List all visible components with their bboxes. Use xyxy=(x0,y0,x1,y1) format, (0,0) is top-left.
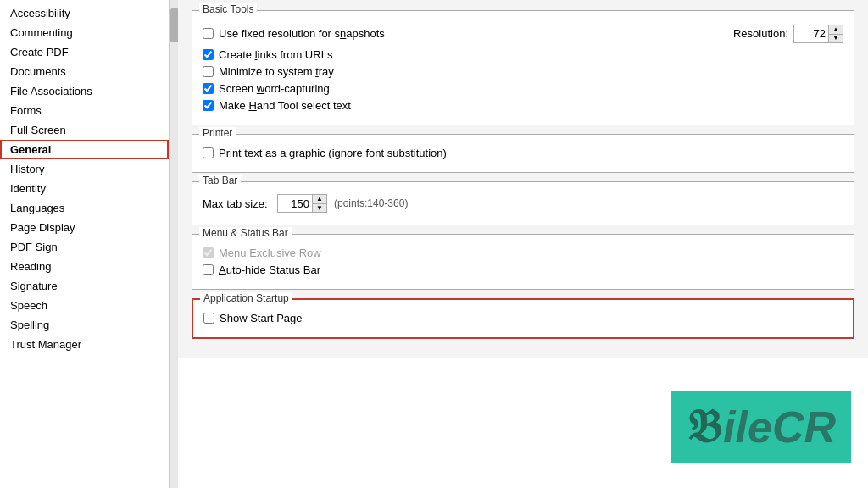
sidebar-label-commenting: Commenting xyxy=(10,26,73,39)
watermark: 𝔅 ileCR xyxy=(671,391,851,463)
autohide-status-checkbox[interactable] xyxy=(203,264,214,275)
minimize-tray-checkbox[interactable] xyxy=(203,66,214,77)
sidebar-label-accessibility: Accessibility xyxy=(10,7,70,19)
max-tab-row: Max tab size: ▲ ▼ (points:140-360) xyxy=(203,194,843,213)
sidebar-label-spelling: Spelling xyxy=(10,319,49,331)
sidebar-label-pdf-sign: PDF Sign xyxy=(10,241,58,253)
max-tab-up-button[interactable]: ▲ xyxy=(313,195,326,203)
printer-content: Print text as a graphic (ignore font sub… xyxy=(203,147,843,159)
max-tab-down-button[interactable]: ▼ xyxy=(313,203,326,212)
autohide-status-label: Auto-hide Status Bar xyxy=(219,263,320,276)
sidebar-item-pdf-sign[interactable]: PDF Sign xyxy=(0,237,169,257)
sidebar-label-languages: Languages xyxy=(10,202,64,214)
max-tab-input[interactable] xyxy=(278,197,312,211)
fixed-resolution-checkbox-row: Use fixed resolution for snapshots xyxy=(203,27,385,40)
sidebar-item-history[interactable]: History xyxy=(0,159,169,179)
sidebar-item-languages[interactable]: Languages xyxy=(0,198,169,218)
resolution-input[interactable] xyxy=(794,26,828,41)
screen-word-row: Screen word-capturing xyxy=(203,82,843,95)
sidebar-label-history: History xyxy=(10,163,44,175)
watermark-text: ileCR xyxy=(723,402,836,452)
print-graphic-label: Print text as a graphic (ignore font sub… xyxy=(219,147,447,159)
app-startup-section: Application Startup Show Start Page xyxy=(192,298,854,339)
basic-tools-title: Basic Tools xyxy=(199,3,257,15)
watermark-icon: 𝔅 xyxy=(687,400,721,454)
tab-bar-title: Tab Bar xyxy=(199,175,241,186)
sidebar-item-signature[interactable]: Signature xyxy=(0,276,169,296)
app-startup-title: Application Startup xyxy=(200,292,292,304)
tab-bar-section: Tab Bar Max tab size: ▲ ▼ (points:140-36… xyxy=(192,181,854,225)
printer-title: Printer xyxy=(199,127,236,139)
hand-tool-checkbox[interactable] xyxy=(203,100,214,111)
sidebar-item-page-display[interactable]: Page Display xyxy=(0,218,169,237)
sidebar-item-create-pdf[interactable]: Create PDF xyxy=(0,42,169,62)
sidebar-item-trust-manager[interactable]: Trust Manager xyxy=(0,335,169,354)
sidebar-item-reading[interactable]: Reading xyxy=(0,257,169,276)
sidebar-label-trust-manager: Trust Manager xyxy=(10,338,81,351)
menu-status-title: Menu & Status Bar xyxy=(199,227,292,239)
menu-exclusive-label: Menu Exclusive Row xyxy=(219,247,321,259)
sidebar-item-speech[interactable]: Speech xyxy=(0,296,169,315)
resolution-control: Resolution: ▲ ▼ xyxy=(733,25,843,43)
show-start-page-row: Show Start Page xyxy=(203,312,843,324)
menu-exclusive-row: Menu Exclusive Row xyxy=(203,247,843,259)
watermark-logo: 𝔅 ileCR xyxy=(671,391,851,463)
sidebar-item-spelling[interactable]: Spelling xyxy=(0,315,169,335)
printer-section: Printer Print text as a graphic (ignore … xyxy=(192,134,854,173)
sidebar-item-commenting[interactable]: Commenting xyxy=(0,23,169,42)
sidebar-label-speech: Speech xyxy=(10,299,47,312)
app-startup-content: Show Start Page xyxy=(203,312,843,324)
menu-status-content: Menu Exclusive Row Auto-hide Status Bar xyxy=(203,247,843,276)
print-graphic-checkbox[interactable] xyxy=(203,147,214,158)
sidebar-scrollbar[interactable] xyxy=(170,0,178,488)
sidebar-label-reading: Reading xyxy=(10,260,51,273)
basic-tools-section: Basic Tools Use fixed resolution for sna… xyxy=(192,10,854,125)
settings-panel: Basic Tools Use fixed resolution for sna… xyxy=(178,0,868,358)
resolution-text: Resolution: xyxy=(733,27,788,40)
sidebar-item-file-associations[interactable]: File Associations xyxy=(0,81,169,101)
sidebar-item-full-screen[interactable]: Full Screen xyxy=(0,120,169,140)
menu-exclusive-checkbox[interactable] xyxy=(203,247,214,258)
basic-tools-content: Use fixed resolution for snapshots Resol… xyxy=(203,23,843,112)
sidebar-item-accessibility[interactable]: Accessibility xyxy=(0,3,169,23)
resolution-spinner: ▲ ▼ xyxy=(793,25,843,43)
create-links-checkbox[interactable] xyxy=(203,49,214,60)
sidebar: Accessibility Commenting Create PDF Docu… xyxy=(0,0,170,488)
sidebar-label-general: General xyxy=(10,143,51,156)
show-start-page-label: Show Start Page xyxy=(220,312,303,324)
screen-word-checkbox[interactable] xyxy=(203,83,214,94)
tab-points-hint: (points:140-360) xyxy=(334,197,408,209)
tab-bar-content: Max tab size: ▲ ▼ (points:140-360) xyxy=(203,194,843,213)
hand-tool-row: Make Hand Tool select text xyxy=(203,99,843,112)
resolution-spinner-buttons: ▲ ▼ xyxy=(828,25,843,42)
fixed-resolution-row: Use fixed resolution for snapshots Resol… xyxy=(203,23,843,44)
resolution-down-button[interactable]: ▼ xyxy=(829,34,843,42)
max-tab-label: Max tab size: xyxy=(203,197,270,210)
sidebar-label-signature: Signature xyxy=(10,280,58,292)
main-content: Basic Tools Use fixed resolution for sna… xyxy=(178,0,868,488)
hand-tool-label: Make Hand Tool select text xyxy=(219,99,351,112)
sidebar-label-page-display: Page Display xyxy=(10,221,75,234)
show-start-page-checkbox[interactable] xyxy=(203,313,214,324)
max-tab-spinner: ▲ ▼ xyxy=(277,194,327,213)
sidebar-item-forms[interactable]: Forms xyxy=(0,101,169,120)
create-links-row: Create links from URLs xyxy=(203,48,843,61)
sidebar-label-forms: Forms xyxy=(10,104,42,117)
minimize-tray-label: Minimize to system tray xyxy=(219,65,334,78)
sidebar-label-create-pdf: Create PDF xyxy=(10,46,69,58)
sidebar-item-identity[interactable]: Identity xyxy=(0,179,169,198)
screen-word-label: Screen word-capturing xyxy=(219,82,330,95)
create-links-label: Create links from URLs xyxy=(219,48,332,61)
sidebar-label-full-screen: Full Screen xyxy=(10,124,66,136)
sidebar-item-general[interactable]: General xyxy=(0,140,169,159)
sidebar-label-documents: Documents xyxy=(10,65,66,78)
print-graphic-row: Print text as a graphic (ignore font sub… xyxy=(203,147,843,159)
max-tab-spinner-buttons: ▲ ▼ xyxy=(312,195,326,212)
autohide-status-row: Auto-hide Status Bar xyxy=(203,263,843,276)
sidebar-item-documents[interactable]: Documents xyxy=(0,62,169,81)
minimize-tray-row: Minimize to system tray xyxy=(203,65,843,78)
sidebar-label-file-associations: File Associations xyxy=(10,85,92,97)
fixed-resolution-checkbox[interactable] xyxy=(203,28,214,39)
resolution-up-button[interactable]: ▲ xyxy=(829,25,843,34)
sidebar-label-identity: Identity xyxy=(10,182,46,195)
